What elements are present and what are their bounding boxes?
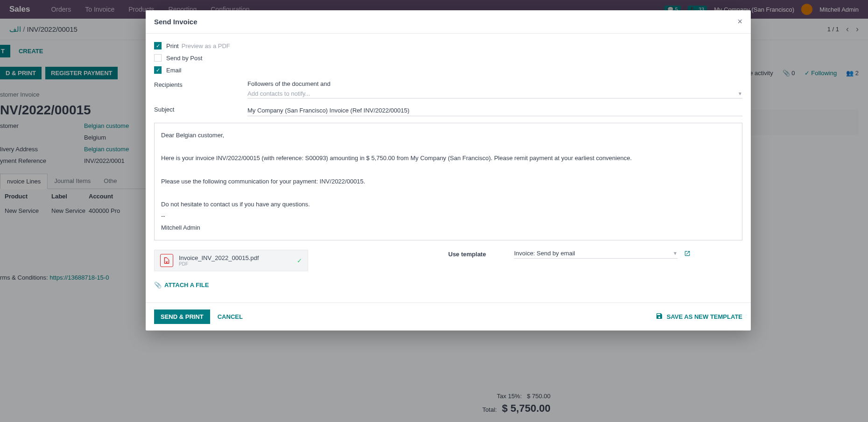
attach-file-button[interactable]: 📎 ATTACH A FILE — [154, 281, 308, 288]
paperclip-icon: 📎 — [154, 281, 162, 288]
recipients-label: Recipients — [154, 80, 247, 88]
template-select[interactable]: Invoice: Send by email ▼ — [514, 250, 677, 259]
email-checkbox-row[interactable]: ✓ Email — [154, 66, 742, 74]
recipients-static: Followers of the document and — [247, 80, 742, 87]
modal-footer: SEND & PRINT CANCEL SAVE AS NEW TEMPLATE — [146, 302, 751, 331]
cancel-button[interactable]: CANCEL — [218, 313, 243, 320]
post-checkbox[interactable] — [154, 54, 162, 62]
modal-title: Send Invoice — [154, 18, 198, 26]
chevron-down-icon: ▼ — [673, 251, 677, 256]
post-checkbox-row[interactable]: Send by Post — [154, 54, 742, 62]
subject-row: Subject — [154, 105, 742, 116]
send-invoice-modal: Send Invoice × ✓ Print Preview as a PDF … — [146, 10, 751, 331]
pdf-icon — [160, 254, 173, 267]
subject-label: Subject — [154, 105, 247, 113]
print-checkbox[interactable]: ✓ — [154, 42, 162, 49]
recipients-row: Recipients Followers of the document and… — [154, 80, 742, 98]
close-icon[interactable]: × — [737, 17, 742, 27]
print-checkbox-row[interactable]: ✓ Print Preview as a PDF — [154, 42, 742, 49]
email-body-editor[interactable]: Dear Belgian customer, Here is your invo… — [154, 123, 742, 240]
save-icon — [656, 312, 663, 321]
attachment-name: Invoice_INV_2022_00015.pdf — [179, 254, 259, 261]
send-print-button[interactable]: SEND & PRINT — [154, 309, 210, 324]
external-link-icon[interactable] — [684, 250, 691, 258]
post-label: Send by Post — [166, 55, 202, 62]
modal-header: Send Invoice × — [146, 10, 751, 34]
subject-input[interactable] — [247, 105, 742, 116]
attachment-file[interactable]: Invoice_INV_2022_00015.pdf PDF ✓ — [154, 250, 308, 271]
recipients-input[interactable]: Add contacts to notify... ▼ — [247, 90, 742, 98]
check-icon: ✓ — [297, 257, 302, 264]
email-checkbox[interactable]: ✓ — [154, 66, 162, 74]
save-template-button[interactable]: SAVE AS NEW TEMPLATE — [656, 312, 742, 321]
attachment-type: PDF — [179, 261, 259, 267]
use-template-label: Use template — [448, 251, 486, 258]
email-label: Email — [166, 67, 182, 74]
print-sublabel: Preview as a PDF — [182, 42, 230, 49]
chevron-down-icon: ▼ — [738, 91, 742, 96]
print-label: Print — [166, 42, 179, 49]
